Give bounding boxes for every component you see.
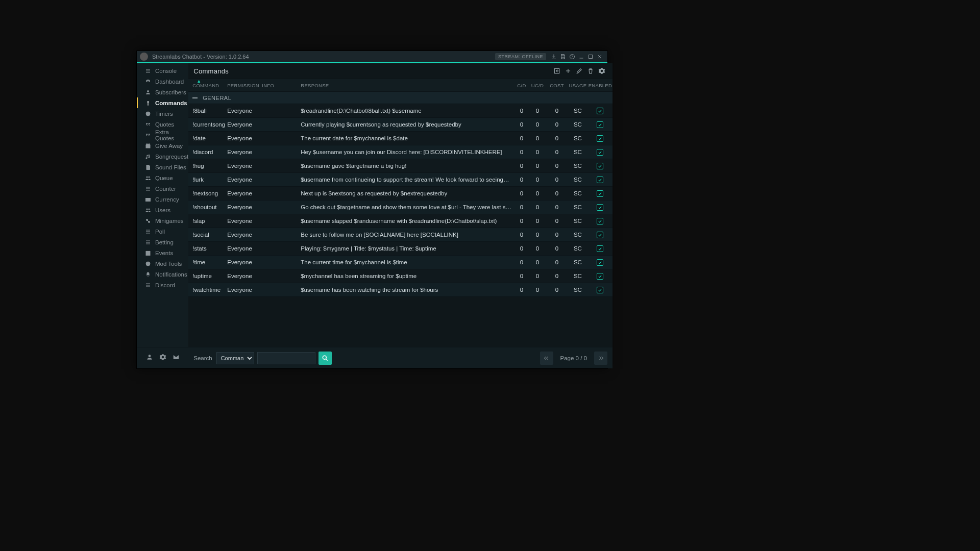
search-button[interactable] [318, 352, 332, 365]
sidebar-item-queue[interactable]: Queue [137, 172, 188, 183]
cell-cd: 0 [514, 163, 529, 169]
sidebar-item-discord[interactable]: Discord [137, 280, 188, 290]
table-row[interactable]: !watchtimeEveryone$username has been wat… [188, 283, 612, 297]
sidebar-item-label: Songrequest [155, 154, 188, 160]
table-row[interactable]: !statsEveryonePlaying: $mygame | Title: … [188, 242, 612, 256]
table-row[interactable]: !currentsongEveryoneCurrently playing $c… [188, 118, 612, 132]
column-header-cd[interactable]: C/D [514, 83, 529, 88]
delete-icon[interactable] [585, 65, 596, 77]
sidebar-item-sound-files[interactable]: Sound Files [137, 162, 188, 172]
sidebar-item-give-away[interactable]: Give Away [137, 140, 188, 151]
sidebar-item-events[interactable]: Events [137, 247, 188, 258]
import-icon[interactable] [551, 65, 562, 77]
sidebar-item-betting[interactable]: Betting [137, 237, 188, 247]
help-icon[interactable] [568, 52, 577, 61]
column-header-permission[interactable]: PERMISSION [227, 83, 262, 88]
enabled-checkbox[interactable] [597, 218, 603, 224]
enabled-checkbox[interactable] [597, 204, 603, 211]
table-row[interactable]: !slapEveryone$username slapped $randuser… [188, 214, 612, 228]
add-icon[interactable] [562, 65, 574, 77]
sidebar-item-dashboard[interactable]: Dashboard [137, 76, 188, 87]
cell-cost: 0 [546, 108, 568, 114]
sidebar-item-label: Dashboard [155, 79, 184, 85]
enabled-checkbox[interactable] [597, 108, 603, 114]
sidebar-item-extra-quotes[interactable]: Extra Quotes [137, 130, 188, 140]
enabled-checkbox[interactable] [597, 190, 603, 197]
settings-icon[interactable] [159, 354, 166, 363]
table-row[interactable]: !shoutoutEveryoneGo check out $targetnam… [188, 201, 612, 214]
table-row[interactable]: !uptimeEveryone$mychannel has been strea… [188, 269, 612, 283]
search-type-select[interactable]: Command [216, 352, 254, 364]
user-icon[interactable] [146, 354, 153, 363]
sidebar-item-currency[interactable]: Currency [137, 194, 188, 205]
search-input[interactable] [257, 352, 315, 364]
sidebar-item-mod-tools[interactable]: Mod Tools [137, 258, 188, 269]
table-row[interactable]: !timeEveryoneThe current time for $mycha… [188, 256, 612, 269]
enabled-checkbox[interactable] [597, 232, 603, 238]
sidebar-item-songrequest[interactable]: Songrequest [137, 151, 188, 162]
cell-cd: 0 [514, 287, 529, 293]
column-header-command[interactable]: COMMAND [188, 83, 227, 88]
enabled-checkbox[interactable] [597, 121, 603, 128]
enabled-checkbox[interactable] [597, 177, 603, 183]
sidebar-item-poll[interactable]: Poll [137, 226, 188, 237]
column-header-cost[interactable]: COST [546, 83, 568, 88]
cell-cost: 0 [546, 135, 568, 141]
enabled-checkbox[interactable] [597, 273, 603, 280]
table-row[interactable]: !nextsongEveryoneNext up is $nextsong as… [188, 187, 612, 201]
cell-permission: Everyone [227, 177, 262, 183]
column-header-response[interactable]: RESPONSE [301, 83, 514, 88]
cell-response: Be sure to follow me on [SOCIALNAME] her… [301, 232, 514, 238]
sidebar-item-commands[interactable]: Commands [137, 97, 188, 108]
cell-usage: SC [568, 190, 588, 196]
maximize-icon[interactable] [586, 52, 595, 61]
download-icon[interactable] [549, 52, 558, 61]
sidebar-item-timers[interactable]: Timers [137, 108, 188, 119]
sidebar-item-users[interactable]: Users [137, 205, 188, 215]
table-row[interactable]: !8ballEveryone$readrandline(D:\Chatbot\8… [188, 104, 612, 118]
cell-response: $username from continueing to support th… [301, 177, 514, 183]
enabled-checkbox[interactable] [597, 135, 603, 142]
close-icon[interactable] [595, 52, 604, 61]
enabled-checkbox[interactable] [597, 163, 603, 169]
sidebar-item-counter[interactable]: Counter [137, 183, 188, 194]
table-row[interactable]: !dateEveryoneThe current date for $mycha… [188, 132, 612, 145]
page-last-button[interactable] [594, 352, 607, 365]
mail-icon[interactable] [173, 354, 180, 363]
users-icon [145, 175, 151, 181]
column-header-enabled[interactable]: ENABLED [588, 83, 612, 88]
enabled-checkbox[interactable] [597, 245, 603, 252]
app-window: Streamlabs Chatbot - Version: 1.0.2.64 S… [136, 51, 608, 369]
title-bar: Streamlabs Chatbot - Version: 1.0.2.64 S… [137, 51, 607, 63]
table-row[interactable]: !discordEveryoneHey $username you can jo… [188, 145, 612, 159]
settings-header-icon[interactable] [596, 65, 607, 77]
column-header-ucd[interactable]: UC/D [529, 83, 546, 88]
enabled-checkbox[interactable] [597, 149, 603, 156]
sidebar-item-console[interactable]: Console [137, 65, 188, 76]
sidebar-item-quotes[interactable]: Quotes [137, 119, 188, 130]
group-row-general[interactable]: GENERAL [188, 92, 612, 104]
table-row[interactable]: !socialEveryoneBe sure to follow me on [… [188, 228, 612, 242]
page-first-button[interactable] [540, 352, 553, 365]
enabled-checkbox[interactable] [597, 287, 603, 293]
column-header-usage[interactable]: USAGE [568, 83, 588, 88]
cell-usage: SC [568, 108, 588, 114]
table-row[interactable]: !hugEveryone$username gave $targetname a… [188, 159, 612, 173]
svg-rect-2 [589, 55, 593, 59]
sidebar-item-notifications[interactable]: Notifications [137, 269, 188, 280]
cell-ucd: 0 [529, 245, 546, 252]
minimize-icon[interactable] [577, 52, 586, 61]
enabled-checkbox[interactable] [597, 259, 603, 266]
table-row[interactable]: !lurkEveryone$username from continueing … [188, 173, 612, 187]
cell-usage: SC [568, 163, 588, 169]
sidebar-item-subscribers[interactable]: Subscribers [137, 87, 188, 97]
cell-response: $mychannel has been streaming for $uptim… [301, 273, 514, 279]
cell-permission: Everyone [227, 245, 262, 252]
sort-indicator-icon: ▲ [197, 79, 201, 84]
save-icon[interactable] [558, 52, 568, 61]
edit-icon[interactable] [574, 65, 585, 77]
sidebar-item-minigames[interactable]: Minigames [137, 215, 188, 226]
cell-cost: 0 [546, 259, 568, 265]
column-header-info[interactable]: INFO [262, 83, 301, 88]
bell-icon [145, 271, 151, 278]
